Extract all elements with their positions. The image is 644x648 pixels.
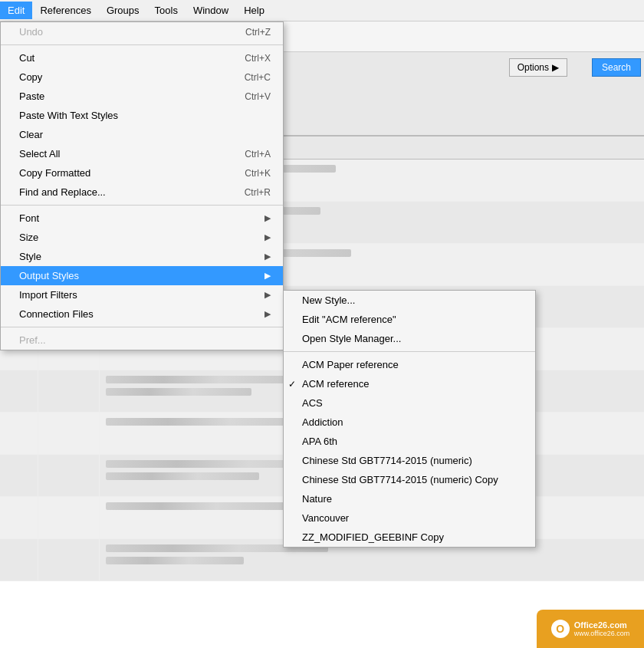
shortcut-copy-formatted: Ctrl+K — [245, 168, 271, 179]
submenu-style-addiction[interactable]: Addiction — [284, 413, 535, 432]
submenu-arrow-connection-files: ▶ — [264, 309, 271, 319]
menubar: Edit References Groups Tools Window Help — [0, 0, 644, 21]
blurred-content — [106, 388, 251, 396]
row-year — [38, 539, 100, 581]
menubar-item-tools[interactable]: Tools — [147, 2, 186, 19]
submenu-open-style-manager[interactable]: Open Style Manager... — [284, 329, 535, 348]
blurred-content — [106, 472, 259, 480]
watermark-sub: www.office26.com — [574, 630, 629, 637]
submenu-style-acm-reference[interactable]: ACM reference — [284, 374, 535, 393]
watermark-site: Office26.com — [574, 620, 629, 630]
submenu-style-zz-modified[interactable]: ZZ_MODIFIED_GEEBINF Copy — [284, 528, 535, 547]
row-year — [38, 370, 100, 412]
menu-item-select-all[interactable]: Select All Ctrl+A — [1, 144, 283, 163]
submenu-arrow-import-filters: ▶ — [264, 290, 271, 300]
separator-2 — [1, 205, 283, 206]
row-num — [0, 539, 38, 581]
menu-item-copy[interactable]: Copy Ctrl+C — [1, 67, 283, 87]
menu-item-clear[interactable]: Clear — [1, 125, 283, 144]
submenu-arrow-font: ▶ — [264, 213, 271, 223]
separator-3 — [1, 327, 283, 327]
menubar-item-help[interactable]: Help — [236, 2, 272, 19]
submenu-style-vancouver[interactable]: Vancouver — [284, 508, 535, 528]
submenu-style-acs[interactable]: ACS — [284, 393, 535, 413]
menu-item-size[interactable]: Size ▶ — [1, 228, 283, 247]
edit-dropdown-menu: Undo Ctrl+Z Cut Ctrl+X Copy Ctrl+C Paste… — [0, 21, 284, 350]
menu-item-import-filters[interactable]: Import Filters ▶ — [1, 285, 283, 304]
search-button[interactable]: Search — [592, 58, 641, 77]
menu-item-style[interactable]: Style ▶ — [1, 247, 283, 266]
menu-item-cut[interactable]: Cut Ctrl+X — [1, 48, 283, 67]
submenu-arrow-style: ▶ — [264, 252, 271, 262]
shortcut-paste: Ctrl+V — [245, 91, 271, 102]
submenu-edit-style[interactable]: Edit "ACM reference" — [284, 310, 535, 329]
watermark-icon: O — [551, 620, 570, 638]
blurred-content — [106, 502, 290, 510]
submenu-arrow-size: ▶ — [264, 232, 271, 242]
shortcut-cut: Ctrl+X — [245, 53, 271, 64]
shortcut-copy: Ctrl+C — [245, 72, 271, 83]
menu-item-preferences[interactable]: Pref... — [1, 331, 283, 350]
submenu-style-acm-paper[interactable]: ACM Paper reference — [284, 355, 535, 374]
row-num — [0, 370, 38, 412]
menu-item-output-styles[interactable]: Output Styles ▶ — [1, 266, 283, 285]
menu-item-find-replace[interactable]: Find and Replace... Ctrl+R — [1, 183, 283, 202]
menubar-item-edit[interactable]: Edit — [0, 2, 32, 19]
menu-item-font[interactable]: Font ▶ — [1, 209, 283, 228]
menubar-item-window[interactable]: Window — [186, 2, 236, 19]
menubar-item-references[interactable]: References — [32, 2, 98, 19]
submenu-style-chinese-gbt-numeric[interactable]: Chinese Std GBT7714-2015 (numeric) — [284, 451, 535, 470]
menu-item-paste[interactable]: Paste Ctrl+V — [1, 87, 283, 106]
submenu-style-chinese-gbt-copy[interactable]: Chinese Std GBT7714-2015 (numeric) Copy — [284, 470, 535, 489]
row-num — [0, 413, 38, 454]
shortcut-find-replace: Ctrl+R — [245, 187, 271, 198]
menu-item-connection-files[interactable]: Connection Files ▶ — [1, 304, 283, 324]
blurred-content — [106, 376, 297, 383]
submenu-style-nature[interactable]: Nature — [284, 489, 535, 508]
separator-1 — [1, 44, 283, 45]
options-button[interactable]: Options ▶ — [509, 58, 567, 77]
menu-item-paste-text-styles[interactable]: Paste With Text Styles — [1, 106, 283, 125]
row-num — [0, 497, 38, 538]
menu-item-undo[interactable]: Undo Ctrl+Z — [1, 22, 283, 41]
row-year — [38, 497, 100, 538]
blurred-content — [106, 557, 244, 564]
shortcut-undo: Ctrl+Z — [245, 27, 271, 38]
submenu-style-apa6[interactable]: APA 6th — [284, 432, 535, 451]
shortcut-select-all: Ctrl+A — [245, 149, 271, 160]
menubar-item-groups[interactable]: Groups — [99, 2, 147, 19]
watermark-row: O Office26.com www.office26.com — [551, 620, 629, 638]
row-year — [38, 455, 100, 496]
submenu-new-style[interactable]: New Style... — [284, 291, 535, 310]
row-num — [0, 455, 38, 496]
watermark: O Office26.com www.office26.com — [537, 610, 644, 648]
menu-item-copy-formatted[interactable]: Copy Formatted Ctrl+K — [1, 163, 283, 183]
submenu-separator-1 — [284, 351, 535, 352]
submenu-arrow-output-styles: ▶ — [264, 271, 271, 281]
row-year — [38, 413, 100, 454]
output-styles-submenu: New Style... Edit "ACM reference" Open S… — [283, 290, 536, 548]
blurred-content — [106, 418, 313, 426]
